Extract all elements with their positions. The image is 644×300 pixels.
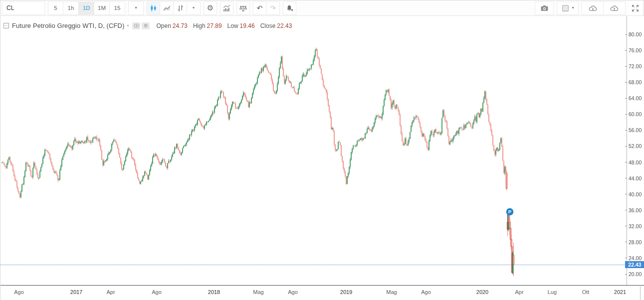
time-label-Mag: Mag — [386, 289, 397, 295]
line-chart-icon — [163, 4, 171, 12]
chevron-down-icon: ▾ — [193, 6, 195, 10]
ohlc-close: Close22.43 — [260, 22, 292, 29]
save-chart-button[interactable] — [604, 1, 626, 15]
interval-button-15[interactable]: 15 — [110, 1, 125, 15]
snapshot-button[interactable] — [535, 1, 554, 15]
publication-marker[interactable]: P — [506, 208, 513, 215]
time-axis-line[interactable] — [0, 285, 644, 286]
price-tick-48.00: 48.00 — [625, 159, 642, 165]
candlestick-chart-canvas[interactable] — [0, 16, 627, 288]
undo-button[interactable]: ↶ — [253, 1, 266, 15]
candlestick-style-button[interactable] — [147, 1, 160, 15]
interval-button-1D[interactable]: 1D — [79, 1, 94, 15]
trading-app-window: CL 51h1D1M15 ▾ — [0, 0, 644, 300]
chart-area: − Future Petrolio Greggio WTI, D, (CFD) … — [0, 16, 644, 300]
time-label-Apr: Apr — [106, 289, 115, 295]
alert-bell-plus-icon — [285, 4, 294, 12]
indicators-icon — [222, 4, 231, 12]
ohlc-open: Open24.73 — [156, 22, 187, 29]
candlestick-icon — [149, 4, 158, 12]
layout-square-icon — [561, 4, 570, 12]
series-settings-button[interactable]: ⚙ — [142, 22, 150, 29]
price-tick-36.00: 36.00 — [625, 207, 642, 213]
interval-button-1h[interactable]: 1h — [63, 1, 79, 15]
time-label-Apr: Apr — [515, 289, 523, 295]
legend-dropdown-caret-icon[interactable]: ▾ — [127, 23, 129, 28]
chevron-down-icon: ▾ — [135, 6, 137, 10]
price-tick-52.00: 52.00 — [625, 143, 642, 149]
legend-collapse-icon[interactable]: − — [3, 23, 9, 28]
redo-button[interactable]: ↷ — [266, 1, 280, 15]
gear-icon: ⚙ — [207, 3, 214, 12]
gear-icon: ⚙ — [144, 23, 148, 28]
chart-title: Future Petrolio Greggio WTI, D, (CFD) — [12, 22, 124, 29]
price-tick-56.00: 56.00 — [625, 127, 642, 133]
time-label-Lug: Lug — [548, 289, 557, 295]
price-tick-80.00: 80.00 — [625, 31, 642, 37]
time-label-Ott: Ott — [582, 289, 590, 295]
last-price-dotted-line — [0, 265, 627, 265]
interval-button-group: 51h1D1M15 — [48, 1, 125, 15]
cloud-download-icon — [589, 4, 597, 12]
time-label-2018: 2018 — [208, 289, 220, 295]
last-price-tag: 22.43 — [625, 261, 644, 268]
time-label-2020: 2020 — [476, 289, 488, 295]
bars-style-button[interactable] — [174, 1, 187, 15]
axis-corner-divider — [640, 285, 641, 300]
cloud-upload-icon — [610, 4, 619, 12]
chevron-down-icon: ▾ — [572, 6, 574, 10]
price-tick-24.00: 24.00 — [625, 255, 642, 261]
layout-select-button[interactable]: ▾ — [557, 1, 579, 15]
price-tick-72.00: 72.00 — [625, 63, 642, 69]
chart-legend: − Future Petrolio Greggio WTI, D, (CFD) … — [3, 22, 297, 29]
time-label-Mag: Mag — [253, 289, 263, 295]
add-alert-button[interactable] — [283, 1, 296, 15]
price-tick-32.00: 32.00 — [625, 223, 642, 229]
price-tick-64.00: 64.00 — [625, 95, 642, 101]
price-tick-44.00: 44.00 — [625, 175, 642, 181]
line-style-button[interactable] — [160, 1, 174, 15]
ohlc-bars-icon — [176, 4, 185, 12]
camera-icon — [540, 4, 549, 12]
fullscreen-button[interactable] — [629, 1, 642, 15]
interval-button-5[interactable]: 5 — [48, 1, 63, 15]
price-tick-60.00: 60.00 — [625, 111, 642, 117]
interval-button-1M[interactable]: 1M — [94, 1, 110, 15]
time-label-Ago: Ago — [288, 289, 298, 295]
ohlc-low: Low19.46 — [227, 22, 255, 29]
style-dropdown-button[interactable]: ▾ — [187, 1, 201, 15]
price-tick-76.00: 76.00 — [625, 47, 642, 53]
price-tick-28.00: 28.00 — [625, 239, 642, 245]
chart-properties-button[interactable]: ⚙ — [204, 1, 217, 15]
time-label-2021: 2021 — [614, 289, 626, 295]
time-label-Ago: Ago — [14, 289, 24, 295]
ohlc-high: High27.89 — [193, 22, 222, 29]
price-tick-20.00: 20.00 — [625, 271, 642, 277]
price-tick-40.00: 40.00 — [625, 191, 642, 197]
time-label-Ago: Ago — [421, 289, 431, 295]
time-label-2019: 2019 — [340, 289, 352, 295]
indicators-button[interactable] — [220, 1, 233, 15]
interval-dropdown-button[interactable]: ▾ — [128, 1, 144, 15]
undo-arrow-icon: ↶ — [257, 4, 263, 12]
time-label-Ago: Ago — [152, 289, 162, 295]
time-label-2017: 2017 — [70, 289, 82, 295]
scales-icon — [239, 4, 247, 12]
fullscreen-expand-icon — [631, 4, 640, 12]
load-chart-button[interactable] — [582, 1, 604, 15]
eye-icon — [134, 23, 139, 28]
top-toolbar: CL 51h1D1M15 ▾ — [0, 0, 644, 16]
redo-arrow-icon: ↷ — [270, 4, 276, 12]
price-tick-68.00: 68.00 — [625, 79, 642, 85]
chart-style-group: ▾ — [147, 1, 201, 15]
ohlc-readout: Open24.73High27.89Low19.46Close22.43 — [156, 22, 297, 29]
toggle-visibility-button[interactable] — [132, 22, 140, 29]
symbol-input[interactable]: CL — [2, 1, 45, 15]
compare-button[interactable] — [236, 1, 250, 15]
